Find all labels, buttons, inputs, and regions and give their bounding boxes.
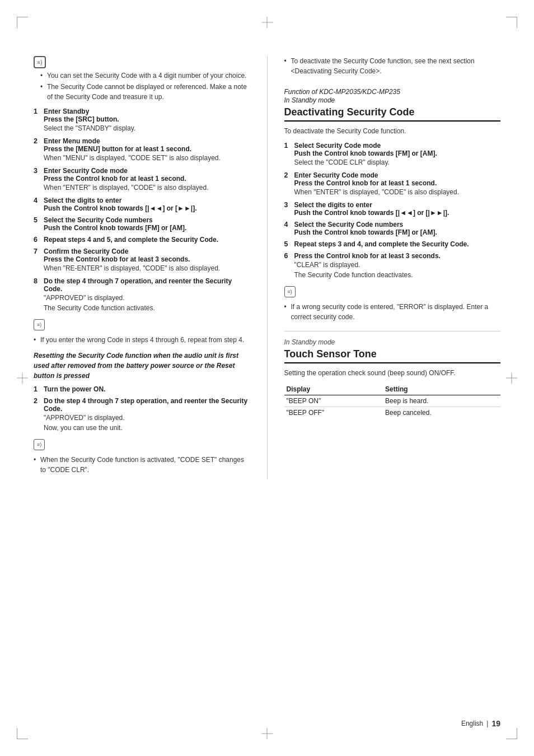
- reset-title: Resetting the Security Code function whe…: [34, 351, 250, 381]
- bullet-2: The Security Code cannot be displayed or…: [40, 82, 250, 102]
- right-top-bullet: To deactivate the Security Code function…: [284, 56, 501, 76]
- crosshair-right: [506, 378, 517, 379]
- step-4-title: Select the digits to enter: [44, 197, 250, 204]
- top-bullets: You can set the Security Code with a 4 d…: [40, 71, 250, 102]
- deactivate-step-1-content: Select Security Code mode Push the Contr…: [294, 142, 501, 167]
- step-2-content: Enter Menu mode Press the [MENU] button …: [44, 137, 250, 163]
- function-label: Function of KDC-MP2035/KDC-MP235 In Stan…: [284, 87, 501, 104]
- touch-section: In Standby mode Touch Sensor Tone Settin…: [284, 338, 501, 418]
- step-1-subtitle: Press the [SRC] button.: [44, 115, 250, 123]
- corner-mark-bl: [17, 728, 28, 739]
- reset-step-1-num: 1: [34, 385, 41, 393]
- table-cell-beep-on-setting: Beep is heard.: [383, 395, 500, 407]
- deactivate-step-1-body: Select the "CODE CLR" display.: [294, 157, 501, 167]
- step-2-body: When "MENU" is displayed, "CODE SET" is …: [44, 153, 250, 163]
- step-6-title: Repeat steps 4 and 5, and complete the S…: [44, 236, 250, 244]
- crosshair-bottom: [267, 728, 268, 739]
- step-1-body: Select the "STANDBY" display.: [44, 123, 250, 133]
- reset-note-bullet-1: When the Security Code function is activ…: [34, 455, 250, 475]
- step-5-subtitle: Push the Control knob towards [FM] or [A…: [44, 224, 250, 232]
- deactivate-step-4: 4 Select the Security Code numbers Push …: [284, 221, 501, 236]
- reset-step-2-content: Do the step 4 through 7 step operation, …: [44, 397, 250, 433]
- bullet-1: You can set the Security Code with a 4 d…: [40, 71, 250, 81]
- deactivate-step-2-num: 2: [284, 171, 292, 197]
- page-number: 19: [491, 719, 500, 728]
- table-row-beep-on: "BEEP ON" Beep is heard.: [284, 395, 501, 407]
- step-7-content: Confirm the Security Code Press the Cont…: [44, 248, 250, 273]
- footer-lang: English: [461, 720, 483, 727]
- deactivate-step-4-num: 4: [284, 221, 292, 236]
- deactivate-step-4-title: Select the Security Code numbers: [294, 221, 501, 228]
- section-divider: [284, 331, 501, 332]
- deactivate-note-icon: ≡): [284, 286, 296, 297]
- step-2-title: Enter Menu mode: [44, 137, 250, 145]
- step-8: 8 Do the step 4 through 7 operation, and…: [34, 277, 250, 313]
- step-8-title: Do the step 4 through 7 operation, and r…: [44, 277, 250, 293]
- reset-step-2-title: Do the step 4 through 7 step operation, …: [44, 397, 250, 413]
- right-column: To deactivate the Security Code function…: [284, 56, 501, 479]
- touch-heading: Touch Sensor Tone: [284, 348, 501, 363]
- deactivate-step-1-num: 1: [284, 142, 292, 167]
- step-5-title: Select the Security Code numbers: [44, 216, 250, 224]
- function-label-text: Function of KDC-MP2035/KDC-MP235: [284, 88, 400, 96]
- step-7-body: When "RE-ENTER" is displayed, "CODE" is …: [44, 263, 250, 273]
- deactivate-step-4-subtitle: Push the Control knob towards [FM] or [A…: [294, 228, 501, 236]
- content-area: ≡) You can set the Security Code with a …: [34, 56, 500, 479]
- deactivate-step-6: 6 Press the Control knob for at least 3 …: [284, 252, 501, 280]
- reset-note-bullets: When the Security Code function is activ…: [34, 455, 250, 475]
- deactivate-step-5-title: Repeat steps 3 and 4, and complete the S…: [294, 240, 501, 248]
- deactivate-step-3-num: 3: [284, 201, 292, 217]
- step-1: 1 Enter Standby Press the [SRC] button. …: [34, 108, 250, 133]
- step-2: 2 Enter Menu mode Press the [MENU] butto…: [34, 137, 250, 163]
- page-footer: English | 19: [461, 719, 500, 728]
- footer-separator: |: [486, 720, 488, 727]
- table-row-beep-off: "BEEP OFF" Beep canceled.: [284, 407, 501, 419]
- step-3-title: Enter Security Code mode: [44, 167, 250, 175]
- reset-step-1-content: Turn the power ON.: [44, 385, 250, 393]
- step-7-num: 7: [34, 248, 41, 273]
- step-6: 6 Repeat steps 4 and 5, and complete the…: [34, 236, 250, 244]
- deactivate-step-1-title: Select Security Code mode: [294, 142, 501, 150]
- step-3-body: When "ENTER" is displayed, "CODE" is als…: [44, 183, 250, 193]
- step-5-num: 5: [34, 216, 41, 232]
- reset-step-2: 2 Do the step 4 through 7 step operation…: [34, 397, 250, 433]
- step-3: 3 Enter Security Code mode Press the Con…: [34, 167, 250, 193]
- step-8-content: Do the step 4 through 7 operation, and r…: [44, 277, 250, 313]
- note-icon-after-steps: ≡): [34, 319, 45, 330]
- step-5: 5 Select the Security Code numbers Push …: [34, 216, 250, 232]
- deactivate-step-2-content: Enter Security Code mode Press the Contr…: [294, 171, 501, 197]
- step-5-content: Select the Security Code numbers Push th…: [44, 216, 250, 232]
- deactivate-step-6-content: Press the Control knob for at least 3 se…: [294, 252, 501, 280]
- reset-step-1-title: Turn the power ON.: [44, 385, 250, 393]
- corner-mark-br: [506, 728, 517, 739]
- touch-standby-label: In Standby mode: [284, 338, 501, 346]
- left-column: ≡) You can set the Security Code with a …: [34, 56, 250, 479]
- step-6-num: 6: [34, 236, 41, 244]
- standby-label: In Standby mode: [284, 96, 335, 104]
- note-after-bullet-1: If you enter the wrong Code in steps 4 t…: [34, 335, 250, 345]
- deactivate-step-3-content: Select the digits to enter Push the Cont…: [294, 201, 501, 217]
- crosshair-left: [17, 378, 28, 379]
- deactivate-step-5-num: 5: [284, 240, 292, 248]
- deactivate-step-1: 1 Select Security Code mode Push the Con…: [284, 142, 501, 167]
- step-8-num: 8: [34, 277, 41, 313]
- step-1-content: Enter Standby Press the [SRC] button. Se…: [44, 108, 250, 133]
- corner-mark-tr: [506, 17, 517, 28]
- touch-intro: Setting the operation check sound (beep …: [284, 368, 501, 378]
- reset-note-block: ≡) When the Security Code function is ac…: [34, 437, 250, 475]
- deactivate-step-1-subtitle: Push the Control knob towards [FM] or [A…: [294, 150, 501, 157]
- deactivate-step-5: 5 Repeat steps 3 and 4, and complete the…: [284, 240, 501, 248]
- table-header-setting: Setting: [383, 384, 500, 395]
- step-4-content: Select the digits to enter Push the Cont…: [44, 197, 250, 212]
- step-6-content: Repeat steps 4 and 5, and complete the S…: [44, 236, 250, 244]
- deactivate-note-bullet-1: If a wrong security code is entered, "ER…: [284, 302, 501, 322]
- step-4: 4 Select the digits to enter Push the Co…: [34, 197, 250, 212]
- step-4-subtitle: Push the Control knob towards [|◄◄] or […: [44, 204, 250, 212]
- table-cell-beep-on-display: "BEEP ON": [284, 395, 383, 407]
- deactivate-intro: To deactivate the Security Code function…: [284, 126, 501, 136]
- deactivate-step-6-body: "CLEAR" is displayed. The Security Code …: [294, 260, 501, 280]
- step-8-body: "APPROVED" is displayed. The Security Co…: [44, 293, 250, 313]
- table-header-row: Display Setting: [284, 384, 501, 395]
- note-after-bullets: If you enter the wrong Code in steps 4 t…: [34, 335, 250, 345]
- step-3-num: 3: [34, 167, 41, 193]
